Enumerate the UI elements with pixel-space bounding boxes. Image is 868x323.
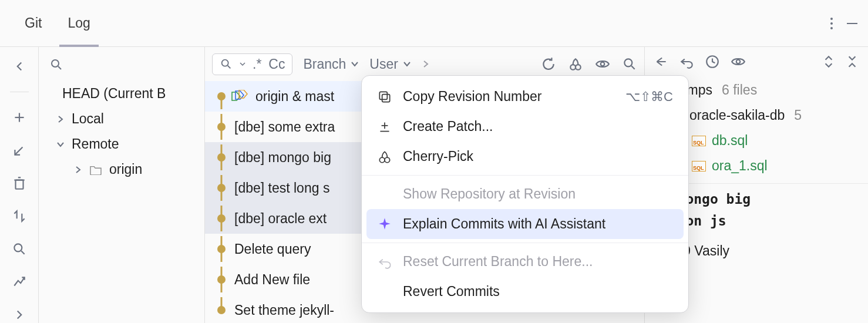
svg-point-14	[601, 62, 605, 66]
expand-icon[interactable]	[821, 54, 836, 69]
graph-node	[212, 148, 231, 167]
commit-label: [dbe] oracle ext	[234, 211, 327, 227]
filter-user-label: User	[369, 56, 398, 72]
detail-toolbar	[645, 54, 868, 75]
collapse-icon[interactable]	[845, 54, 860, 69]
menu-explain-ai[interactable]: Explain Commits with AI Assistant	[366, 209, 684, 239]
branches-search[interactable]	[39, 54, 204, 81]
file-label: ora_1.sql	[712, 158, 768, 174]
eye-icon[interactable]	[731, 54, 746, 69]
sparkle-icon	[377, 217, 392, 232]
svg-point-26	[385, 157, 390, 163]
svg-point-15	[624, 59, 632, 66]
menu-cherry-pick[interactable]: Cherry-Pick	[362, 142, 688, 171]
tool-window-tabbar: Git Log	[0, 0, 868, 47]
branch-head-label: HEAD (Current B	[62, 86, 166, 102]
sql-file-icon: SQL	[692, 161, 706, 171]
history-icon[interactable]	[705, 54, 720, 69]
chevron-left-icon[interactable]	[12, 59, 27, 74]
svg-line-11	[228, 66, 231, 69]
cherry-pick-icon	[377, 149, 392, 164]
branch-origin[interactable]: origin	[39, 157, 204, 182]
graph-node	[212, 179, 231, 197]
branches-panel: HEAD (Current B Local Remote origin	[39, 47, 205, 323]
graph-node	[212, 117, 231, 136]
graph-node	[212, 270, 231, 289]
menu-create-patch[interactable]: Create Patch...	[362, 112, 688, 142]
file-label: db.sql	[712, 133, 748, 149]
chevron-right-icon[interactable]	[422, 60, 430, 68]
menu-reset-branch: Reset Current Branch to Here...	[362, 247, 688, 277]
trash-icon[interactable]	[12, 176, 27, 191]
left-toolbar	[0, 47, 39, 323]
branch-head[interactable]: HEAD (Current B	[39, 81, 204, 106]
plus-icon[interactable]	[12, 110, 27, 125]
svg-point-6	[14, 244, 22, 251]
patch-icon	[377, 119, 392, 134]
graph-node	[212, 301, 231, 319]
commit-label: origin & mast	[255, 89, 334, 105]
chevron-right-icon	[74, 166, 82, 174]
menu-copy-revision[interactable]: Copy Revision Number ⌥⇧⌘C	[362, 82, 688, 112]
commit-label: [dbe] some extra	[234, 119, 335, 135]
chevron-down-icon	[403, 60, 411, 68]
file-count: 5	[794, 107, 802, 123]
commit-label: [dbe] mongo big	[234, 150, 331, 166]
minimize-icon[interactable]	[847, 23, 857, 24]
sql-file-icon: SQL	[692, 136, 706, 146]
filter-branch-label: Branch	[303, 56, 346, 72]
refresh-icon[interactable]	[541, 56, 556, 72]
graph-node	[212, 209, 231, 228]
commit-context-menu: Copy Revision Number ⌥⇧⌘C Create Patch..…	[361, 75, 689, 313]
menu-label: Explain Commits with AI Assistant	[403, 216, 605, 232]
menu-separator	[362, 243, 688, 243]
chevron-down-icon	[56, 140, 65, 149]
divider	[10, 92, 29, 92]
svg-line-9	[58, 66, 61, 69]
filter-user[interactable]: User	[369, 56, 411, 72]
undo-icon[interactable]	[679, 54, 694, 69]
svg-line-7	[21, 251, 24, 254]
svg-point-25	[379, 157, 385, 163]
svg-point-12	[570, 65, 576, 70]
branch-local[interactable]: Local	[39, 106, 204, 132]
tab-git[interactable]: Git	[12, 0, 55, 46]
graph-icon[interactable]	[12, 274, 27, 290]
chevron-down-icon	[351, 60, 359, 68]
sort-icon[interactable]	[12, 208, 27, 224]
matchcase-label: Cc	[268, 56, 285, 72]
menu-label: Revert Commits	[403, 284, 500, 300]
menu-separator	[362, 175, 688, 176]
svg-point-19	[736, 60, 741, 64]
options-icon[interactable]	[830, 18, 833, 29]
search-icon	[220, 58, 233, 70]
svg-point-13	[576, 65, 581, 70]
branch-local-label: Local	[72, 111, 104, 127]
branch-origin-label: origin	[109, 162, 142, 177]
graph-node	[212, 87, 231, 106]
prev-diff-icon[interactable]	[653, 54, 668, 69]
branch-remote[interactable]: Remote	[39, 132, 204, 157]
svg-point-10	[222, 60, 228, 66]
commit-label: Add New file	[234, 272, 310, 288]
cherry-pick-icon[interactable]	[568, 56, 583, 72]
chevron-right-icon	[56, 115, 65, 123]
tab-log[interactable]: Log	[55, 0, 103, 46]
commit-label: [dbe] test long s	[234, 180, 329, 196]
menu-label: Copy Revision Number	[403, 89, 541, 105]
filter-branch[interactable]: Branch	[303, 56, 359, 72]
copy-icon	[377, 89, 392, 105]
menu-show-repo: Show Repository at Revision	[362, 179, 688, 209]
menu-label: Reset Current Branch to Here...	[403, 254, 593, 270]
search-icon[interactable]	[12, 241, 27, 257]
menu-label: Create Patch...	[403, 119, 493, 134]
incoming-icon[interactable]	[12, 143, 27, 158]
eye-icon[interactable]	[595, 56, 610, 72]
regex-label: .*	[253, 56, 261, 72]
menu-revert-commits[interactable]: Revert Commits	[362, 277, 688, 307]
tags-icon	[231, 90, 248, 103]
chevron-right-icon[interactable]	[12, 307, 27, 322]
chevron-down-icon	[240, 61, 245, 67]
commits-search[interactable]: .* Cc	[212, 53, 292, 75]
search-icon[interactable]	[622, 56, 637, 72]
